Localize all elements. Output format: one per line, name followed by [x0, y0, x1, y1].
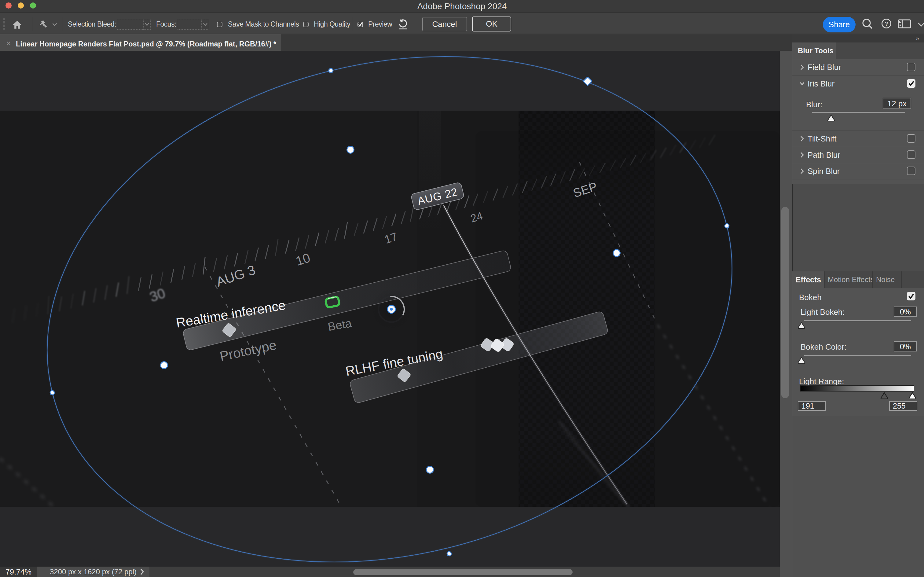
- svg-text:?: ?: [885, 21, 888, 27]
